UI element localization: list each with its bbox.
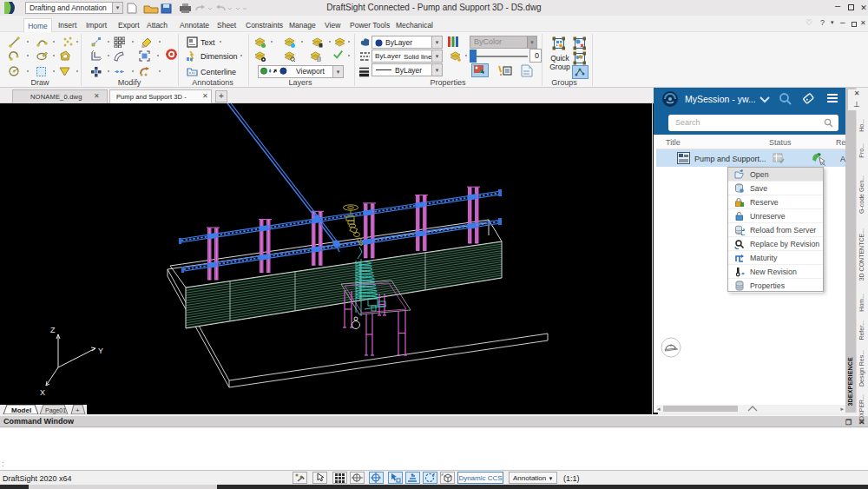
svg-text:Z: Z: [50, 326, 56, 334]
svg-text:Y: Y: [98, 347, 103, 355]
svg-text:Model: Model: [11, 406, 31, 414]
svg-text:X: X: [40, 388, 45, 397]
svg-text:+: +: [76, 406, 80, 414]
svg-text:Page01: Page01: [45, 407, 66, 414]
